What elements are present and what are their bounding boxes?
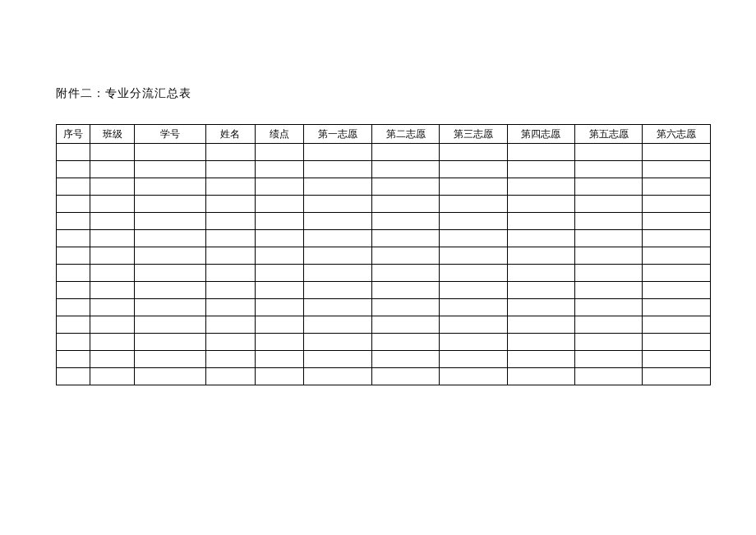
table-row	[57, 334, 711, 351]
table-cell	[206, 368, 256, 385]
table-cell	[57, 282, 90, 299]
table-cell	[57, 265, 90, 282]
table-cell	[643, 265, 711, 282]
table-cell	[135, 213, 206, 230]
table-cell	[135, 316, 206, 334]
table-cell	[304, 247, 371, 265]
table-row	[57, 230, 711, 247]
table-cell	[507, 351, 574, 368]
table-cell	[57, 368, 90, 385]
table-cell	[90, 351, 135, 368]
table-cell	[135, 144, 206, 161]
table-cell	[507, 282, 574, 299]
table-row	[57, 178, 711, 196]
table-cell	[371, 144, 439, 161]
table-row	[57, 351, 711, 368]
table-cell	[57, 299, 90, 316]
table-cell	[206, 299, 256, 316]
table-cell	[440, 334, 507, 351]
table-row	[57, 368, 711, 385]
header-name: 姓名	[206, 125, 256, 144]
header-gpa: 绩点	[255, 125, 304, 144]
table-cell	[135, 161, 206, 178]
table-cell	[440, 161, 507, 178]
table-cell	[206, 316, 256, 334]
table-cell	[507, 213, 574, 230]
table-cell	[90, 334, 135, 351]
table-cell	[575, 196, 643, 213]
table-cell	[575, 247, 643, 265]
table-cell	[575, 265, 643, 282]
table-cell	[371, 334, 439, 351]
table-cell	[255, 334, 304, 351]
table-cell	[371, 368, 439, 385]
table-cell	[304, 299, 371, 316]
table-cell	[575, 368, 643, 385]
table-cell	[206, 265, 256, 282]
table-cell	[90, 213, 135, 230]
table-cell	[643, 178, 711, 196]
table-cell	[575, 230, 643, 247]
table-cell	[90, 265, 135, 282]
table-cell	[255, 368, 304, 385]
table-cell	[135, 265, 206, 282]
table-cell	[507, 334, 574, 351]
table-cell	[90, 230, 135, 247]
table-row	[57, 213, 711, 230]
table-cell	[371, 299, 439, 316]
table-cell	[440, 247, 507, 265]
header-class: 班级	[90, 125, 135, 144]
table-cell	[575, 282, 643, 299]
table-cell	[304, 144, 371, 161]
table-cell	[206, 213, 256, 230]
table-cell	[304, 334, 371, 351]
table-cell	[90, 144, 135, 161]
table-cell	[507, 247, 574, 265]
table-cell	[575, 351, 643, 368]
table-cell	[206, 247, 256, 265]
table-cell	[507, 161, 574, 178]
table-cell	[255, 213, 304, 230]
table-row	[57, 196, 711, 213]
table-cell	[440, 144, 507, 161]
table-cell	[507, 196, 574, 213]
table-cell	[135, 247, 206, 265]
table-header-row: 序号 班级 学号 姓名 绩点 第一志愿 第二志愿 第三志愿 第四志愿 第五志愿 …	[57, 125, 711, 144]
table-cell	[371, 161, 439, 178]
table-cell	[206, 351, 256, 368]
table-row	[57, 282, 711, 299]
table-cell	[440, 196, 507, 213]
table-cell	[57, 351, 90, 368]
table-cell	[575, 299, 643, 316]
table-cell	[440, 213, 507, 230]
table-cell	[90, 247, 135, 265]
table-cell	[304, 178, 371, 196]
table-cell	[57, 230, 90, 247]
table-cell	[371, 265, 439, 282]
table-cell	[90, 178, 135, 196]
table-cell	[575, 213, 643, 230]
table-cell	[440, 299, 507, 316]
table-cell	[304, 368, 371, 385]
table-cell	[643, 230, 711, 247]
table-cell	[507, 299, 574, 316]
table-cell	[440, 282, 507, 299]
table-cell	[206, 144, 256, 161]
table-cell	[255, 178, 304, 196]
table-cell	[304, 161, 371, 178]
table-cell	[440, 351, 507, 368]
table-cell	[57, 247, 90, 265]
table-cell	[507, 178, 574, 196]
document-page: 附件二：专业分流汇总表 序号 班级 学号 姓名 绩点 第一志愿 第二志愿	[0, 0, 756, 385]
table-cell	[643, 316, 711, 334]
header-choice-3: 第三志愿	[440, 125, 507, 144]
table-cell	[135, 230, 206, 247]
table-cell	[90, 299, 135, 316]
table-cell	[135, 368, 206, 385]
table-cell	[255, 144, 304, 161]
table-cell	[206, 282, 256, 299]
table-cell	[575, 144, 643, 161]
table-cell	[507, 230, 574, 247]
table-cell	[643, 299, 711, 316]
table-body	[57, 144, 711, 385]
